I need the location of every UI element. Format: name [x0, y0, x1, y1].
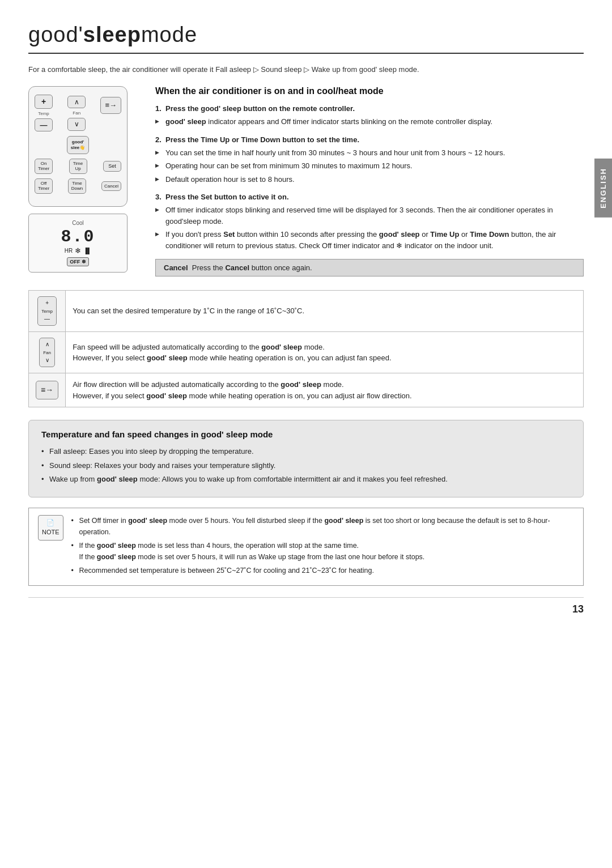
step2-bullet2: Operating hour can be set from minimum 3…	[155, 160, 584, 172]
step3-heading: 3. Press the Set button to active it on.	[155, 193, 584, 201]
remote-minus-btn[interactable]: —	[35, 118, 53, 132]
page-number: 13	[28, 597, 584, 615]
airflow-icon-cell: ≡→	[29, 373, 66, 407]
step1-bullet1: good' sleep indicator appears and Off ti…	[155, 116, 584, 127]
display-off: OFF ❄	[67, 257, 89, 266]
table-row-temp: +Temp— You can set the desired temperatu…	[29, 291, 584, 332]
remote-row-2: OnTimer TimeUp Set	[35, 159, 121, 174]
cool-label: Cool	[33, 220, 122, 226]
main-section-heading: When the air conditioner is on and in co…	[155, 86, 584, 96]
remote-plus-btn[interactable]: +	[35, 95, 53, 109]
good-sleep-btn[interactable]: good'slee👋	[67, 136, 90, 154]
page-title: good'sleepmode	[28, 23, 584, 54]
display-sub: HR ❄ ▐▌	[33, 246, 122, 255]
cancel-box: Cancel Press the Cancel button once agai…	[155, 259, 584, 276]
time-down-btn[interactable]: TimeDown	[68, 178, 86, 194]
note-item3: Recommended set temperature is between 2…	[71, 565, 574, 576]
temp-fan-section: Temperature and fan speed changes in goo…	[28, 420, 584, 497]
intro-text: For a comfortable sleep, the air conditi…	[28, 65, 584, 74]
airflow-text-cell: Air flow direction will be adjusted auto…	[66, 373, 584, 407]
temp-btn-icon: +Temp—	[37, 296, 57, 326]
remote-controller: + Temp — ∧ Fan ∨ ≡→ good'slee👋	[28, 86, 128, 207]
note-item2: If the good' sleep mode is set less than…	[71, 540, 574, 563]
hr-label: HR	[65, 248, 73, 254]
set-btn[interactable]: Set	[103, 161, 121, 172]
step2-bullets: You can set the time in half hourly unit…	[155, 147, 584, 185]
step1-heading: 1. Press the good' sleep button on the r…	[155, 104, 584, 113]
step2-bullet1: You can set the time in half hourly unit…	[155, 147, 584, 159]
temp-text-cell: You can set the desired temperature by 1…	[66, 291, 584, 332]
temp-fan-heading: Temperature and fan speed changes in goo…	[41, 429, 571, 439]
table-row-airflow: ≡→ Air flow direction will be adjusted a…	[29, 373, 584, 407]
off-timer-btn[interactable]: OffTimer	[35, 178, 53, 194]
step3-bullets: Off timer indicator stops blinking and r…	[155, 205, 584, 251]
english-tab: ENGLISH	[594, 159, 612, 218]
temp-label: Temp	[38, 111, 49, 116]
temp-fan-item2: Sound sleep: Relaxes your body and raise…	[41, 460, 571, 471]
cancel-btn-remote[interactable]: Cancel	[101, 181, 121, 192]
display-box: Cool 8.0 HR ❄ ▐▌ OFF ❄	[28, 214, 128, 273]
note-text: Set Off timer in good' sleep mode over 5…	[71, 515, 574, 578]
left-panel: + Temp — ∧ Fan ∨ ≡→ good'slee👋	[28, 86, 142, 276]
remote-chevron-down[interactable]: ∨	[67, 118, 86, 130]
step3-bullet2: If you don't press Set button within 10 …	[155, 229, 584, 251]
step3-bullet1: Off timer indicator stops blinking and r…	[155, 205, 584, 227]
temp-fan-item1: Fall asleep: Eases you into sleep by dro…	[41, 446, 571, 457]
fan-label: Fan	[73, 110, 80, 116]
right-panel: When the air conditioner is on and in co…	[155, 86, 584, 276]
remote-airflow-btn[interactable]: ≡→	[100, 97, 121, 114]
note-item1: Set Off timer in good' sleep mode over 5…	[71, 515, 574, 538]
on-timer-btn[interactable]: OnTimer	[35, 159, 53, 174]
feature-table: +Temp— You can set the desired temperatu…	[28, 290, 584, 407]
step2-heading: 2. Press the Time Up or Time Down button…	[155, 135, 584, 144]
temp-icon-cell: +Temp—	[29, 291, 66, 332]
remote-row-3: OffTimer TimeDown Cancel	[35, 178, 121, 194]
fan-text-cell: Fan speed will be adjusted automatically…	[66, 332, 584, 373]
temp-fan-list: Fall asleep: Eases you into sleep by dro…	[41, 446, 571, 485]
step1-bullets: good' sleep indicator appears and Off ti…	[155, 116, 584, 127]
fan-icon-cell: ∧Fan∨	[29, 332, 66, 373]
table-row-fan: ∧Fan∨ Fan speed will be adjusted automat…	[29, 332, 584, 373]
fan-btn-icon: ∧Fan∨	[39, 338, 55, 367]
time-up-btn[interactable]: TimeUp	[69, 159, 87, 174]
display-digits: 8.0	[33, 228, 122, 245]
airflow-btn-icon: ≡→	[36, 381, 58, 399]
temp-fan-item3: Wake up from good' sleep mode: Allows yo…	[41, 474, 571, 485]
note-box: 📄NOTE Set Off timer in good' sleep mode …	[28, 508, 584, 586]
step2-bullet3: Default operation hour is set to 8 hours…	[155, 174, 584, 185]
remote-chevron-up[interactable]: ∧	[67, 96, 86, 108]
note-icon: 📄NOTE	[38, 515, 63, 541]
